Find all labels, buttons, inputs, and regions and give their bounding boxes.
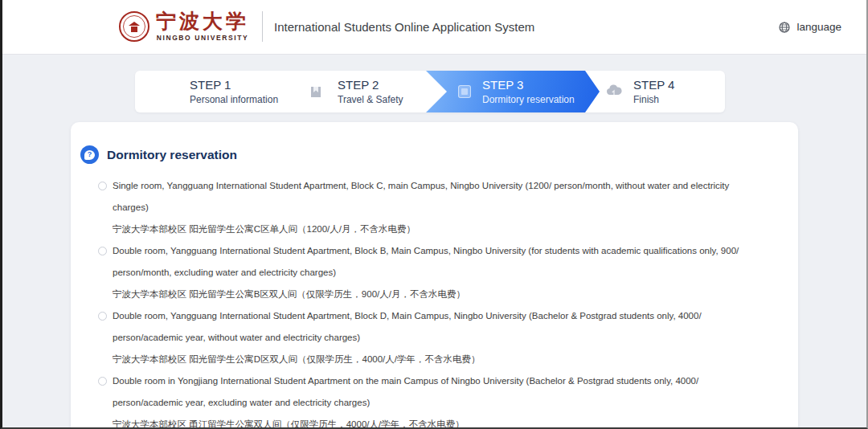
section-title: Dormitory reservation <box>107 148 237 162</box>
seal-building-roof <box>129 22 140 26</box>
radio-button[interactable] <box>98 182 107 190</box>
step-4-label: STEP 4 <box>633 78 674 92</box>
system-title: International Students Online Applicatio… <box>274 20 534 34</box>
option-label-zh: 宁波大学本部校区 阳光留学生公寓C区单人间（1200/人/月，不含水电费） <box>113 219 757 240</box>
option-label-zh: 宁波大学本部校区 阳光留学生公寓D区双人间（仅限学历生，4000/人/学年，不含… <box>113 349 757 370</box>
dormitory-option-1[interactable]: Single room, Yangguang International Stu… <box>98 175 773 240</box>
cloud-icon <box>606 84 622 96</box>
university-seal-icon <box>119 11 149 42</box>
language-label[interactable]: language <box>796 21 841 33</box>
step-1-sublabel: Personal information <box>190 94 278 105</box>
app-header: 宁波大学 NINGBO UNIVERSITY International Stu… <box>0 0 868 55</box>
step-2-label: STEP 2 <box>338 78 403 92</box>
seal-building-body <box>131 27 137 32</box>
dormitory-option-4[interactable]: Double room in Yongjiang International S… <box>98 370 773 429</box>
step-3-active[interactable]: STEP 3 Dormitory reservation <box>426 71 600 112</box>
university-logo: 宁波大学 NINGBO UNIVERSITY International Stu… <box>119 11 534 42</box>
option-label-en: Double room in Yongjiang International S… <box>113 370 757 414</box>
step-4[interactable]: STEP 4 Finish <box>633 78 674 105</box>
radio-button[interactable] <box>98 312 107 321</box>
step-1[interactable]: STEP 1 Personal information <box>190 78 278 105</box>
radio-button[interactable] <box>98 247 107 255</box>
globe-icon <box>779 22 790 33</box>
logo-english-name: NINGBO UNIVERSITY <box>157 34 249 42</box>
radio-button[interactable] <box>98 377 107 386</box>
step-2[interactable]: STEP 2 Travel & Safety <box>338 78 403 105</box>
logo-divider <box>262 11 263 42</box>
step-3-sublabel: Dormitory reservation <box>482 94 575 105</box>
logo-chinese-name: 宁波大学 <box>156 11 249 32</box>
option-label-en: Double room, Yangguang International Stu… <box>113 240 757 284</box>
step-3-label: STEP 3 <box>482 78 575 92</box>
option-texts: Double room, Yangguang International Stu… <box>113 305 757 370</box>
step-2-sublabel: Travel & Safety <box>338 94 403 105</box>
step-3: STEP 3 Dormitory reservation <box>482 78 575 105</box>
option-label-zh: 宁波大学本部校区 甬江留学生公寓双人间（仅限学历生，4000/人/学年，不含水电… <box>113 414 757 429</box>
step-progress-bar: STEP 1 Personal information STEP 2 Trave… <box>135 71 725 112</box>
question-glyph: ? <box>84 150 95 160</box>
option-label-en: Double room, Yangguang International Stu… <box>113 305 757 349</box>
question-bubble-icon: ? <box>80 145 99 164</box>
option-texts: Double room, Yangguang International Stu… <box>113 240 757 305</box>
dormitory-options-list: Single room, Yangguang International Stu… <box>98 175 773 429</box>
language-selector[interactable]: language <box>779 21 841 33</box>
dormitory-reservation-card: ? Dormitory reservation Single room, Yan… <box>71 122 798 429</box>
step-4-sublabel: Finish <box>633 94 674 105</box>
dormitory-option-3[interactable]: Double room, Yangguang International Stu… <box>98 305 773 370</box>
logo-text: 宁波大学 NINGBO UNIVERSITY <box>156 11 249 42</box>
dormitory-option-2[interactable]: Double room, Yangguang International Stu… <box>98 240 773 305</box>
section-header: ? Dormitory reservation <box>80 145 237 164</box>
option-label-en: Single room, Yangguang International Stu… <box>113 175 757 219</box>
step-1-label: STEP 1 <box>190 78 278 92</box>
book-icon <box>309 84 323 100</box>
seal-inner-ring <box>123 15 145 38</box>
option-texts: Double room in Yongjiang International S… <box>113 370 757 429</box>
page: { "header": { "logo": { "cn": "宁波大学", "e… <box>0 0 868 429</box>
option-label-zh: 宁波大学本部校区 阳光留学生公寓B区双人间（仅限学历生，900/人/月，不含水电… <box>113 284 757 305</box>
option-texts: Single room, Yangguang International Stu… <box>113 175 757 240</box>
grid-icon <box>458 85 471 98</box>
